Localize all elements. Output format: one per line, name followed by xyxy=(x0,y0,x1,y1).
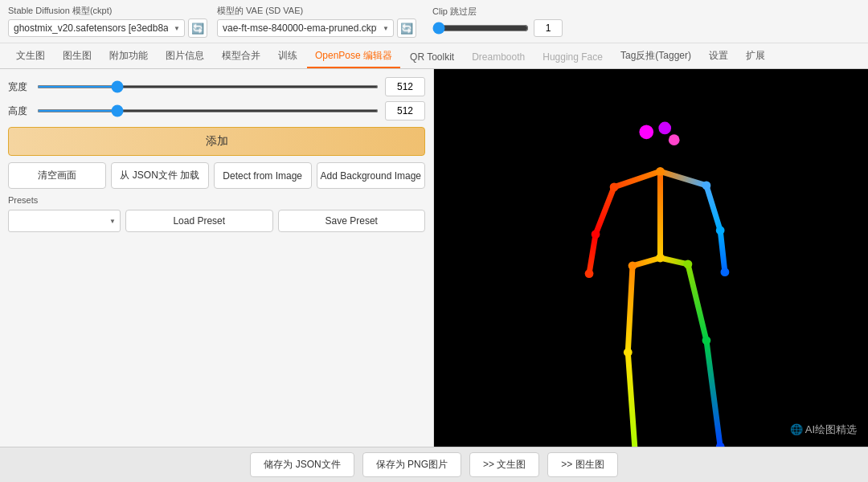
main-content: 宽度 高度 添加 清空画面 从 JSON文件 加载 Detect from Im… xyxy=(0,69,868,447)
tab-merge[interactable]: 模型合并 xyxy=(214,45,268,68)
add-button[interactable]: 添加 xyxy=(8,127,425,156)
sd-model-refresh-btn[interactable]: 🔄 xyxy=(188,18,207,38)
vae-model-wrapper: vae-ft-mse-840000-ema-pruned.ckpt 🔄 xyxy=(217,18,416,38)
vae-model-refresh-btn[interactable]: 🔄 xyxy=(397,18,416,38)
tab-qrtoolkit[interactable]: QR Toolkit xyxy=(402,47,462,68)
tab-img2img[interactable]: 图生图 xyxy=(55,45,100,68)
add-background-image-button[interactable]: Add Background Image xyxy=(317,162,425,189)
tab-tagger[interactable]: Tag反推(Tagger) xyxy=(612,45,699,68)
vae-model-group: 模型的 VAE (SD VAE) vae-ft-mse-840000-ema-p… xyxy=(217,5,416,38)
preset-buttons: Load Preset Save Preset xyxy=(125,210,425,232)
right-panel: 🌐 AI绘图精选 xyxy=(434,69,868,447)
tab-imginfo[interactable]: 图片信息 xyxy=(158,45,212,68)
tab-dreambooth[interactable]: Dreambooth xyxy=(464,47,533,68)
tab-settings[interactable]: 设置 xyxy=(701,45,736,68)
send-txt2img-button[interactable]: >> 文生图 xyxy=(469,452,539,477)
clip-section: Clip 跳过层 xyxy=(432,6,563,37)
vae-model-select-wrapper: vae-ft-mse-840000-ema-pruned.ckpt xyxy=(217,19,394,37)
tab-train[interactable]: 训练 xyxy=(270,45,305,68)
watermark: 🌐 AI绘图精选 xyxy=(790,423,857,437)
height-slider[interactable] xyxy=(37,109,379,112)
tab-extra[interactable]: 附加功能 xyxy=(101,45,156,68)
pose-canvas[interactable] xyxy=(434,69,868,447)
save-png-button[interactable]: 保存为 PNG图片 xyxy=(362,452,461,477)
load-json-button[interactable]: 从 JSON文件 加载 xyxy=(111,162,209,189)
presets-label: Presets xyxy=(8,195,425,205)
save-json-button[interactable]: 储存为 JSON文件 xyxy=(250,452,354,477)
preset-select[interactable] xyxy=(8,210,121,232)
width-slider[interactable] xyxy=(37,85,379,88)
sd-model-select-wrapper: ghostmix_v20.safetensors [e3edb8a26f] xyxy=(8,19,185,37)
width-slider-section: 宽度 高度 xyxy=(8,77,425,120)
height-label: 高度 xyxy=(8,104,31,118)
app-window: Stable Diffusion 模型(ckpt) ghostmix_v20.s… xyxy=(0,0,868,482)
presets-section: Presets Load Preset Save Preset xyxy=(8,195,425,232)
top-controls: Stable Diffusion 模型(ckpt) ghostmix_v20.s… xyxy=(0,0,868,43)
bottom-bar: 储存为 JSON文件 保存为 PNG图片 >> 文生图 >> 图生图 xyxy=(0,447,868,482)
left-panel: 宽度 高度 添加 清空画面 从 JSON文件 加载 Detect from Im… xyxy=(0,69,434,447)
save-preset-button[interactable]: Save Preset xyxy=(278,210,426,232)
tab-extensions[interactable]: 扩展 xyxy=(738,45,773,68)
tab-huggingface[interactable]: Hugging Face xyxy=(534,47,611,68)
detect-from-image-button[interactable]: Detect from Image xyxy=(214,162,312,189)
load-preset-button[interactable]: Load Preset xyxy=(125,210,273,232)
send-img2img-button[interactable]: >> 图生图 xyxy=(547,452,617,477)
tabs-bar: 文生图 图生图 附加功能 图片信息 模型合并 训练 OpenPose 编辑器 Q… xyxy=(0,43,868,69)
canvas-area[interactable]: 🌐 AI绘图精选 xyxy=(434,69,868,447)
vae-model-select[interactable]: vae-ft-mse-840000-ema-pruned.ckpt xyxy=(217,19,394,37)
sd-model-group: Stable Diffusion 模型(ckpt) ghostmix_v20.s… xyxy=(8,5,207,38)
sd-model-wrapper: ghostmix_v20.safetensors [e3edb8a26f] 🔄 xyxy=(8,18,207,38)
height-slider-row: 高度 xyxy=(8,101,425,120)
width-value[interactable] xyxy=(385,77,425,96)
preset-select-wrapper xyxy=(8,210,121,232)
clear-canvas-button[interactable]: 清空画面 xyxy=(8,162,106,189)
clip-value-input[interactable] xyxy=(534,19,563,37)
tab-txt2img[interactable]: 文生图 xyxy=(8,45,53,68)
sd-model-label: Stable Diffusion 模型(ckpt) xyxy=(8,5,207,17)
clip-label: Clip 跳过层 xyxy=(432,6,563,18)
height-value[interactable] xyxy=(385,101,425,120)
presets-row: Load Preset Save Preset xyxy=(8,210,425,232)
tab-openpose[interactable]: OpenPose 编辑器 xyxy=(307,45,400,68)
vae-model-label: 模型的 VAE (SD VAE) xyxy=(217,5,416,17)
sd-model-select[interactable]: ghostmix_v20.safetensors [e3edb8a26f] xyxy=(8,19,185,37)
action-buttons-row: 清空画面 从 JSON文件 加载 Detect from Image Add B… xyxy=(8,162,425,189)
width-slider-row: 宽度 xyxy=(8,77,425,96)
clip-row xyxy=(432,19,563,37)
width-label: 宽度 xyxy=(8,80,31,94)
clip-slider[interactable] xyxy=(432,22,529,35)
